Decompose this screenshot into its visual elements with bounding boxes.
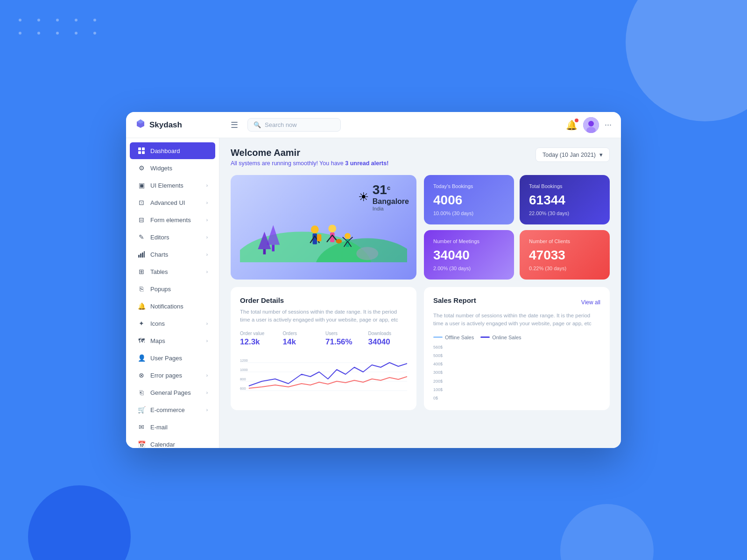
avatar[interactable] <box>583 117 599 133</box>
sidebar-item-ecommerce[interactable]: 🛒 E-commerce › <box>130 401 215 418</box>
order-details-title: Order Details <box>240 296 407 304</box>
svg-text:1000: 1000 <box>240 367 248 371</box>
calendar-label: Calendar <box>150 441 208 448</box>
sidebar-item-icons[interactable]: ✦ Icons › <box>130 315 215 332</box>
notification-badge <box>575 119 578 122</box>
search-box[interactable]: 🔍 Search now <box>247 118 341 132</box>
bar-group-2 <box>452 378 454 401</box>
sidebar-item-maps[interactable]: 🗺 Maps › <box>130 332 215 349</box>
sidebar-item-advanced-ui[interactable]: ⊡ Advanced UI › <box>130 194 215 211</box>
bar-group-1 <box>448 373 450 401</box>
search-icon: 🔍 <box>254 121 261 128</box>
country-name: India <box>373 206 409 211</box>
date-selector[interactable]: Today (10 Jan 2021) ▾ <box>536 147 610 162</box>
metric-downloads: Downloads 34040 <box>368 331 408 347</box>
order-line-chart: 1200 1000 800 600 <box>240 353 407 400</box>
sidebar-item-dashboard[interactable]: Dashboard <box>130 142 215 159</box>
svg-rect-23 <box>317 234 321 241</box>
offline-sales-legend: Offline Sales <box>433 335 474 340</box>
sales-report-desc: The total number of sessions within the … <box>433 312 600 328</box>
maps-chevron: › <box>206 338 208 343</box>
total-bookings-change: 22.00% (30 days) <box>529 210 600 216</box>
y-label-200: 200$ <box>433 379 443 384</box>
ui-elements-label: UI Elements <box>150 182 206 189</box>
more-button[interactable]: ··· <box>605 120 612 130</box>
sidebar-item-calendar[interactable]: 📅 Calendar <box>130 436 215 448</box>
sidebar-item-popups[interactable]: ⎘ Popups <box>130 280 215 297</box>
online-sales-label: Online Sales <box>492 335 521 340</box>
y-label-500: 500$ <box>433 353 443 358</box>
sidebar-item-form-elements[interactable]: ⊟ Form elements › <box>130 211 215 228</box>
sidebar-item-email[interactable]: ✉ E-mail <box>130 419 215 435</box>
hamburger-button[interactable]: ☰ <box>229 118 240 132</box>
tables-label: Tables <box>150 268 206 275</box>
general-pages-chevron: › <box>206 390 208 395</box>
metric-order-value: Order value 12.3k <box>240 331 279 347</box>
sidebar-item-tables[interactable]: ⊞ Tables › <box>130 263 215 280</box>
popups-label: Popups <box>150 286 208 293</box>
widgets-label: Widgets <box>150 165 208 172</box>
popups-icon: ⎘ <box>137 285 146 293</box>
svg-rect-10 <box>144 251 145 258</box>
user-pages-icon: 👤 <box>137 354 146 362</box>
email-label: E-mail <box>150 424 208 431</box>
bar-chart <box>446 345 489 401</box>
bell-button[interactable]: 🔔 <box>566 119 578 131</box>
bar-group-6 <box>469 364 471 401</box>
svg-rect-4 <box>142 147 145 150</box>
page-title: Welcome Aamir <box>231 147 388 158</box>
page-subtitle: All systems are running smoothly! You ha… <box>231 160 388 167</box>
svg-rect-8 <box>140 253 141 258</box>
unread-alerts-link[interactable]: 3 unread alerts! <box>345 160 388 167</box>
view-all-link[interactable]: View all <box>581 299 600 306</box>
charts-label: Charts <box>150 251 206 258</box>
subtitle-prefix: All systems are running smoothly! You ha… <box>231 160 345 167</box>
icons-label: Icons <box>150 320 206 327</box>
todays-bookings-label: Today's Bookings <box>433 183 505 189</box>
sidebar-item-general-pages[interactable]: ⎗ General Pages › <box>130 384 215 401</box>
form-elements-icon: ⊟ <box>137 216 146 224</box>
clients-label: Number of Clients <box>529 238 600 244</box>
editors-chevron: › <box>206 235 208 240</box>
general-pages-label: General Pages <box>150 389 206 396</box>
online-sales-legend: Online Sales <box>480 335 521 340</box>
weather-info: ☀ 31c Bangalore India <box>358 182 409 211</box>
error-pages-chevron: › <box>206 373 208 378</box>
widgets-icon: ⚙ <box>137 164 146 172</box>
sidebar-item-error-pages[interactable]: ⊗ Error pages › <box>130 367 215 384</box>
downloads-number: 34040 <box>368 337 408 347</box>
advanced-ui-icon: ⊡ <box>137 198 146 207</box>
svg-text:800: 800 <box>240 377 246 381</box>
topbar: Skydash ☰ 🔍 Search now 🔔 ··· <box>126 112 621 138</box>
order-value-label: Order value <box>240 331 279 336</box>
orders-number: 14k <box>283 337 322 347</box>
user-pages-label: User Pages <box>150 355 208 362</box>
tables-icon: ⊞ <box>137 267 146 276</box>
y-label-560: 560$ <box>433 345 443 350</box>
svg-rect-5 <box>138 151 141 154</box>
ecommerce-chevron: › <box>206 407 208 413</box>
meetings-change: 2.00% (30 days) <box>433 266 505 271</box>
city-name: Bangalore <box>373 197 409 206</box>
dot-grid <box>19 19 102 35</box>
sidebar-item-notifications[interactable]: 🔔 Notifications <box>130 298 215 315</box>
sidebar-item-charts[interactable]: Charts › <box>130 246 215 263</box>
sidebar: Dashboard ⚙ Widgets ▣ UI Elements › ⊡ Ad… <box>126 138 219 448</box>
sidebar-item-user-pages[interactable]: 👤 User Pages <box>130 350 215 366</box>
sidebar-item-editors[interactable]: ✎ Editors › <box>130 229 215 245</box>
svg-point-28 <box>336 239 342 243</box>
bar-group-9 <box>482 378 483 401</box>
editors-icon: ✎ <box>137 233 146 241</box>
order-value-number: 12.3k <box>240 337 279 347</box>
app-window: Skydash ☰ 🔍 Search now 🔔 ··· <box>126 112 621 448</box>
sidebar-item-ui-elements[interactable]: ▣ UI Elements › <box>130 177 215 194</box>
chevron-down-icon: ▾ <box>599 151 603 158</box>
bar-group-7 <box>473 357 475 401</box>
bar-group-5 <box>465 359 466 401</box>
maps-icon: 🗺 <box>137 336 146 345</box>
todays-bookings-value: 4006 <box>433 193 505 208</box>
topbar-center: ☰ 🔍 Search now <box>229 118 566 132</box>
icons-icon: ✦ <box>137 319 146 328</box>
ecommerce-label: E-commerce <box>150 406 206 413</box>
sidebar-item-widgets[interactable]: ⚙ Widgets <box>130 160 215 176</box>
